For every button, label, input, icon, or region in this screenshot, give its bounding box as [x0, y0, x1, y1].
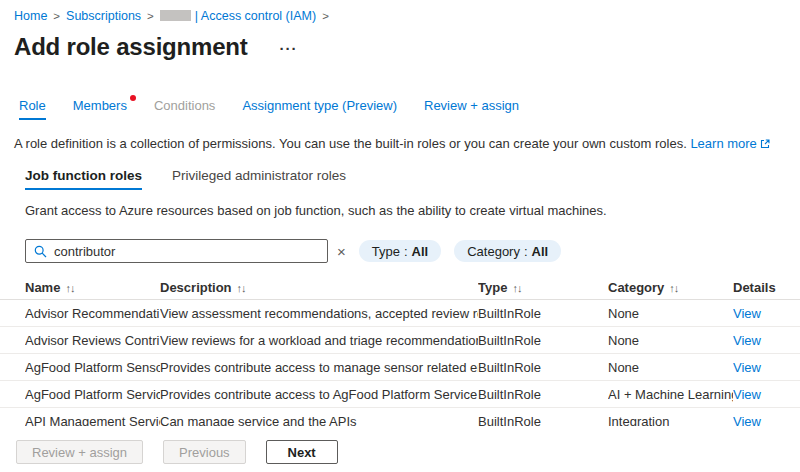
- table-header-row: Name↑↓ Description↑↓ Type↑↓ Category↑↓ D…: [0, 276, 800, 300]
- search-input[interactable]: [54, 241, 327, 261]
- role-name-cell: Advisor Reviews Contri...: [25, 333, 160, 348]
- view-details-link[interactable]: View: [733, 387, 761, 402]
- page-title: Add role assignment: [14, 32, 248, 62]
- next-button[interactable]: Next: [266, 440, 338, 464]
- role-name-cell: Advisor Recommendati...: [25, 306, 160, 321]
- column-header-name[interactable]: Name↑↓: [25, 280, 160, 295]
- wizard-footer: Review + assign Previous Next: [16, 440, 338, 464]
- type-filter-value: All: [412, 244, 429, 259]
- role-category-cell: Integration: [608, 414, 733, 427]
- breadcrumb-separator: >: [53, 10, 60, 22]
- role-type-cell: BuiltInRole: [478, 333, 608, 348]
- sort-icon: ↑↓: [237, 282, 246, 294]
- role-description-cell: Provides contribute access to manage sen…: [160, 360, 478, 375]
- role-details-cell: View: [733, 333, 793, 348]
- role-details-cell: View: [733, 414, 793, 427]
- review-assign-button: Review + assign: [16, 440, 143, 464]
- breadcrumb-subscriptions[interactable]: Subscriptions: [66, 9, 141, 23]
- tab-conditions: Conditions: [154, 98, 215, 120]
- table-row[interactable]: Advisor Reviews Contri... View reviews f…: [0, 327, 800, 354]
- subtab-privileged-administrator-roles[interactable]: Privileged administrator roles: [172, 168, 346, 190]
- role-type-cell: BuiltInRole: [478, 360, 608, 375]
- filter-separator: :: [404, 244, 408, 259]
- roles-table: Name↑↓ Description↑↓ Type↑↓ Category↑↓ D…: [0, 276, 800, 426]
- role-definition-text: A role definition is a collection of per…: [14, 136, 687, 151]
- view-details-link[interactable]: View: [733, 414, 761, 427]
- tab-assignment-type[interactable]: Assignment type (Preview): [242, 98, 397, 120]
- tab-review-assign-label: Review + assign: [424, 98, 519, 113]
- tab-role[interactable]: Role: [19, 98, 46, 120]
- external-link-icon: [760, 139, 770, 149]
- view-details-link[interactable]: View: [733, 360, 761, 375]
- breadcrumb-separator: >: [147, 10, 154, 22]
- redacted-subscription-name: [160, 10, 191, 21]
- category-filter-label: Category: [467, 244, 520, 259]
- view-details-link[interactable]: View: [733, 306, 761, 321]
- column-header-type[interactable]: Type↑↓: [478, 280, 608, 295]
- tab-review-assign[interactable]: Review + assign: [424, 98, 519, 120]
- role-type-cell: BuiltInRole: [478, 387, 608, 402]
- role-description-cell: Provides contribute access to AgFood Pla…: [160, 387, 478, 402]
- role-definition-description: A role definition is a collection of per…: [0, 136, 800, 151]
- table-row[interactable]: AgFood Platform Servic... Provides contr…: [0, 381, 800, 408]
- table-row[interactable]: API Management Servic... Can manage serv…: [0, 408, 800, 426]
- tab-conditions-label: Conditions: [154, 98, 215, 113]
- sort-icon: ↑↓: [65, 282, 74, 294]
- role-description-cell: View reviews for a workload and triage r…: [160, 333, 478, 348]
- tab-members[interactable]: Members: [73, 98, 127, 120]
- role-description-cell: View assessment recommendations, accepte…: [160, 306, 478, 321]
- table-row[interactable]: AgFood Platform Senso... Provides contri…: [0, 354, 800, 381]
- filter-separator: :: [524, 244, 528, 259]
- breadcrumb-home[interactable]: Home: [14, 9, 47, 23]
- grant-access-description: Grant access to Azure resources based on…: [0, 203, 800, 218]
- role-details-cell: View: [733, 387, 793, 402]
- role-type-cell: BuiltInRole: [478, 414, 608, 427]
- view-details-link[interactable]: View: [733, 333, 761, 348]
- role-description-cell: Can manage service and the APIs: [160, 414, 478, 427]
- category-filter-value: All: [532, 244, 549, 259]
- role-details-cell: View: [733, 360, 793, 375]
- breadcrumb-access-control-iam[interactable]: | Access control (IAM): [195, 9, 316, 23]
- members-badge-dot: [130, 95, 136, 101]
- role-type-subtabs: Job function roles Privileged administra…: [0, 168, 800, 190]
- sort-icon: ↑↓: [669, 282, 678, 294]
- role-category-cell: None: [608, 306, 733, 321]
- more-options-button[interactable]: ···: [280, 36, 298, 62]
- search-icon: [34, 245, 47, 258]
- column-header-description[interactable]: Description↑↓: [160, 280, 478, 295]
- role-category-cell: None: [608, 333, 733, 348]
- type-filter-label: Type: [372, 244, 400, 259]
- role-category-cell: None: [608, 360, 733, 375]
- role-name-cell: API Management Servic...: [25, 414, 160, 427]
- breadcrumb-separator: >: [322, 10, 329, 22]
- title-row: Add role assignment ···: [0, 32, 800, 62]
- column-header-category[interactable]: Category↑↓: [608, 280, 733, 295]
- learn-more-link[interactable]: Learn more: [690, 136, 769, 151]
- wizard-tabs: Role Members Conditions Assignment type …: [0, 98, 800, 120]
- breadcrumb: Home>Subscriptions>| Access control (IAM…: [0, 0, 800, 23]
- subtab-job-function-roles[interactable]: Job function roles: [25, 168, 142, 190]
- sort-icon: ↑↓: [512, 282, 521, 294]
- role-name-cell: AgFood Platform Senso...: [25, 360, 160, 375]
- role-type-cell: BuiltInRole: [478, 306, 608, 321]
- previous-button: Previous: [163, 440, 246, 464]
- type-filter-pill[interactable]: Type : All: [359, 240, 441, 262]
- category-filter-pill[interactable]: Category : All: [454, 240, 561, 262]
- tab-assignment-type-label: Assignment type (Preview): [242, 98, 397, 113]
- column-header-details: Details: [733, 280, 793, 295]
- clear-search-icon[interactable]: ×: [337, 244, 346, 259]
- add-role-assignment-page: Home>Subscriptions>| Access control (IAM…: [0, 0, 800, 472]
- role-details-cell: View: [733, 306, 793, 321]
- tab-members-label: Members: [73, 98, 127, 113]
- role-name-cell: AgFood Platform Servic...: [25, 387, 160, 402]
- table-row[interactable]: Advisor Recommendati... View assessment …: [0, 300, 800, 327]
- tab-role-label: Role: [19, 98, 46, 113]
- search-box[interactable]: [25, 239, 328, 263]
- search-filter-row: × Type : All Category : All: [0, 239, 800, 263]
- role-category-cell: AI + Machine Learning: [608, 387, 733, 402]
